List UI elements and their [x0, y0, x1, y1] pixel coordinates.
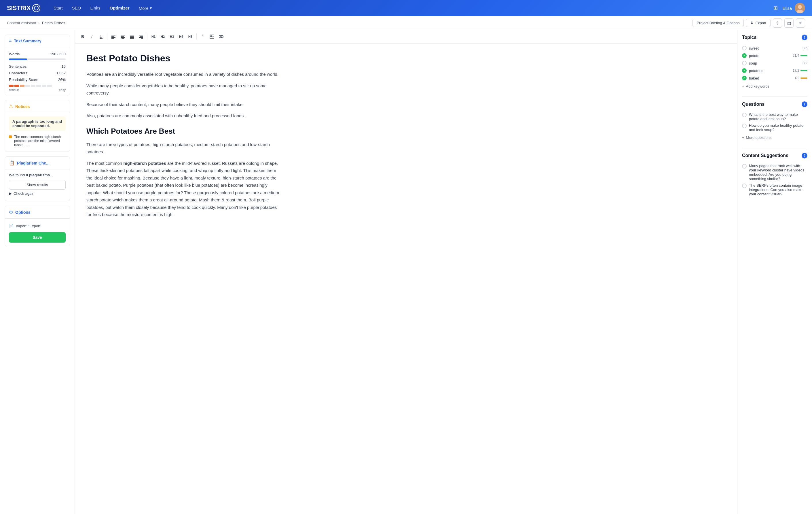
suggestion-radio-2[interactable] — [742, 184, 747, 188]
settings-button[interactable]: ✕ — [796, 19, 805, 28]
topic-bar-wrap-baked: 1/2 — [794, 76, 807, 80]
suggestion-radio-1[interactable] — [742, 164, 747, 168]
editor-paragraph-5[interactable]: There are three types of potatoes: high-… — [86, 141, 282, 156]
svg-rect-4 — [111, 36, 114, 36]
text-summary-title: Text Summary — [14, 38, 41, 43]
h5-button[interactable]: H5 — [186, 32, 195, 41]
h2-button[interactable]: H2 — [158, 32, 167, 41]
image-button[interactable] — [208, 32, 216, 41]
plus-icon: + — [742, 84, 744, 88]
options-header: ⚙ Options — [5, 206, 70, 219]
align-left-button[interactable] — [109, 32, 118, 41]
topic-row-sweet: sweet 0/5 — [742, 44, 807, 52]
questions-header: Questions ? — [742, 102, 807, 107]
quote-button[interactable]: " — [198, 32, 207, 41]
topic-bar-potato — [801, 55, 807, 56]
topic-radio-potatoes[interactable] — [742, 68, 747, 73]
nav-link-optimizer[interactable]: Optimizer — [106, 4, 133, 12]
topic-radio-sweet[interactable] — [742, 46, 747, 50]
h3-button[interactable]: H3 — [168, 32, 176, 41]
align-center-button[interactable] — [118, 32, 127, 41]
svg-rect-16 — [140, 36, 143, 36]
topic-score-sweet: 0/5 — [803, 46, 807, 50]
editor-paragraph-2[interactable]: While many people consider vegetables to… — [86, 82, 282, 97]
suggestion-text-1: Many pages that rank well with your keyw… — [749, 164, 807, 181]
topic-bar-wrap-potatoes: 17/2 — [793, 69, 807, 73]
editor-paragraph-4[interactable]: Also, potatoes are commonly associated w… — [86, 112, 282, 119]
content-suggestions-help-icon[interactable]: ? — [802, 153, 807, 159]
share-button[interactable]: ⇧ — [773, 19, 782, 28]
nav-link-start[interactable]: Start — [50, 4, 67, 12]
options-body: 📄 Import / Export Save — [5, 219, 70, 246]
link-button[interactable] — [217, 32, 226, 41]
align-right-button[interactable] — [137, 32, 145, 41]
toolbar-sep-2 — [147, 33, 147, 40]
h4-button[interactable]: H4 — [177, 32, 185, 41]
notices-header: ⚠ Notices — [5, 100, 70, 113]
bar-7 — [42, 85, 46, 87]
topic-name-soup: soup — [749, 61, 800, 65]
breadcrumb-current: Potato Dishes — [42, 21, 65, 25]
show-results-button[interactable]: Show results — [9, 180, 66, 190]
svg-rect-3 — [111, 35, 115, 35]
breadcrumb-bar: Content Assistant › Potato Dishes Projec… — [0, 16, 812, 30]
topic-radio-potato[interactable] — [742, 53, 747, 58]
editor-area: B I U H1 H2 H3 H4 H5 " — [75, 30, 737, 514]
nav-link-links[interactable]: Links — [86, 4, 104, 12]
words-progress-bar — [9, 58, 66, 60]
topics-section: Topics ? sweet 0/5 potato 21/4 soup 0/2 — [742, 34, 807, 90]
text-summary-header: ≡ Text Summary — [5, 35, 70, 47]
italic-button[interactable]: I — [88, 32, 96, 41]
editor-paragraph-1[interactable]: Potatoes are an incredibly versatile roo… — [86, 71, 282, 78]
right-sidebar: Topics ? sweet 0/5 potato 21/4 soup 0/2 — [737, 30, 812, 514]
breadcrumb-parent[interactable]: Content Assistant — [7, 21, 36, 25]
project-briefing-button[interactable]: Project Briefing & Options — [693, 19, 744, 27]
bold-button[interactable]: B — [78, 32, 87, 41]
question-radio-1[interactable] — [742, 113, 747, 117]
save-button[interactable]: Save — [9, 232, 66, 243]
user-menu[interactable]: Elisa — [782, 3, 805, 13]
align-justify-button[interactable] — [127, 32, 136, 41]
options-title: Options — [15, 210, 31, 215]
bar-1 — [9, 85, 13, 87]
more-questions-button[interactable]: + More questions — [742, 134, 807, 141]
editor-paragraph-6[interactable]: The most common high-starch potatoes are… — [86, 160, 282, 218]
layout-icon: ▤ — [787, 21, 791, 25]
notices-title: Notices — [15, 104, 30, 109]
main-layout: ≡ Text Summary Words 190 / 600 Sentences… — [0, 30, 812, 514]
topic-score-baked: 1/2 — [794, 76, 799, 80]
notice-item: The most common high-starch potatoes are… — [9, 134, 66, 148]
editor-heading2[interactable]: Which Potatoes Are Best — [86, 127, 282, 136]
topics-help-icon[interactable]: ? — [802, 34, 807, 40]
check-again-button[interactable]: ▶ Check again — [9, 190, 34, 197]
editor-content[interactable]: Best Potato Dishes Potatoes are an incre… — [75, 44, 294, 232]
import-export-button[interactable]: 📄 Import / Export — [9, 222, 66, 230]
breadcrumb: Content Assistant › Potato Dishes — [7, 21, 65, 25]
topic-row-potato: potato 21/4 — [742, 52, 807, 59]
nav-right: ⊞ Elisa — [774, 3, 805, 13]
topic-name-potatoes: potatoes — [749, 69, 790, 73]
h1-button[interactable]: H1 — [149, 32, 158, 41]
underline-button[interactable]: U — [97, 32, 106, 41]
editor-paragraph-3[interactable]: Because of their starch content, many pe… — [86, 101, 282, 108]
nav-link-more[interactable]: More ▾ — [135, 4, 156, 12]
grid-icon[interactable]: ⊞ — [774, 5, 778, 11]
layout-button[interactable]: ▤ — [784, 19, 793, 28]
questions-title: Questions — [742, 102, 764, 107]
nav-link-seo[interactable]: SEO — [68, 4, 85, 12]
topic-score-potatoes: 17/2 — [793, 69, 799, 73]
editor-heading1[interactable]: Best Potato Dishes — [86, 53, 282, 64]
add-keywords-button[interactable]: + Add keywords — [742, 83, 807, 90]
questions-help-icon[interactable]: ? — [802, 102, 807, 107]
logo[interactable]: SISTRIX — [7, 4, 40, 12]
editor-toolbar: B I U H1 H2 H3 H4 H5 " — [75, 30, 737, 44]
logo-text: SISTRIX — [7, 4, 31, 12]
bar-4 — [25, 85, 30, 87]
topic-radio-baked[interactable] — [742, 76, 747, 80]
question-text-2: How do you make healthy potato and leek … — [749, 123, 807, 132]
topic-radio-soup[interactable] — [742, 61, 747, 65]
export-button[interactable]: ⬇ Export — [746, 19, 771, 27]
question-radio-2[interactable] — [742, 124, 747, 128]
svg-rect-13 — [130, 37, 134, 38]
gear-icon: ⚙ — [9, 210, 13, 215]
